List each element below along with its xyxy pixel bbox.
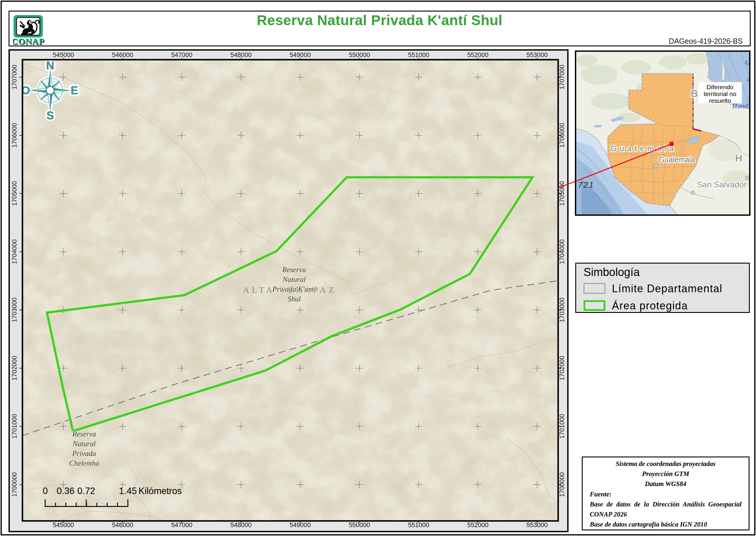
svg-text:CONAP: CONAP — [13, 36, 45, 46]
